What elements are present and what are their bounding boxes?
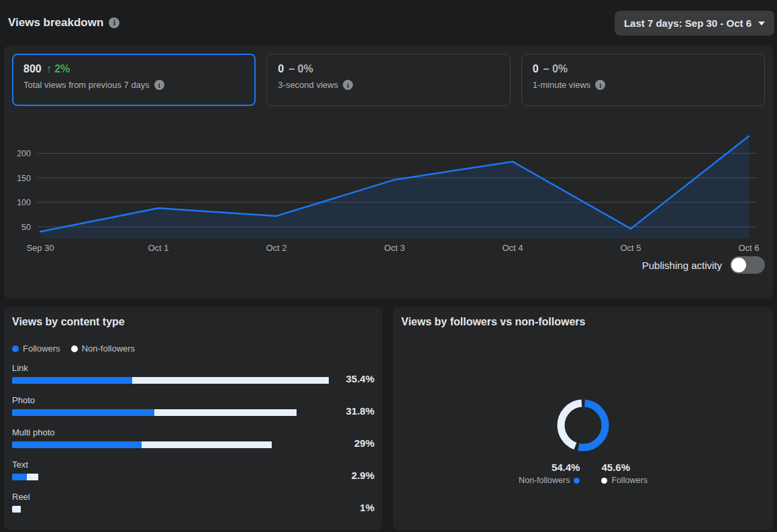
metric-label: 1-minute views: [533, 80, 591, 90]
metric-delta: – 0%: [289, 63, 313, 75]
content-type-label: Text: [12, 460, 374, 470]
content-type-row: Photo31.8%: [12, 395, 374, 427]
followers-label: Followers: [611, 476, 648, 485]
info-icon[interactable]: i: [595, 80, 605, 90]
views-by-content-type-panel: Views by content type Followers Non-foll…: [4, 307, 382, 530]
metric-value: 800: [23, 63, 42, 75]
legend-label: Non-followers: [82, 343, 135, 354]
content-type-pct: 29%: [354, 437, 374, 449]
publishing-activity-row: Publishing activity: [12, 256, 765, 274]
followers-dot: [12, 345, 19, 352]
followers-stat: 45.6% Followers: [601, 462, 648, 485]
legend-label: Followers: [23, 343, 60, 354]
header: Views breakdown i Last 7 days: Sep 30 - …: [0, 0, 777, 46]
metric-card-3-second-views[interactable]: 0 – 0% 3-second views i: [266, 54, 510, 106]
metric-label: 3-second views: [278, 80, 338, 90]
legend-item-followers: Followers: [12, 343, 60, 354]
content-type-row: Reel1%: [12, 492, 374, 524]
non-followers-dot: [574, 478, 580, 484]
content-type-pct: 1%: [360, 502, 374, 513]
followers-bar-segment: [12, 377, 132, 384]
panel-title: Views by followers vs non-followers: [401, 315, 585, 329]
legend-item-non-followers: Non-followers: [71, 343, 135, 354]
svg-text:Sep 30: Sep 30: [26, 243, 54, 253]
metric-card-1-minute-views[interactable]: 0 – 0% 1-minute views i: [521, 54, 765, 106]
content-type-pct: 35.4%: [346, 373, 374, 384]
info-icon[interactable]: i: [109, 17, 119, 28]
followers-dot: [601, 478, 607, 484]
content-type-label: Reel: [12, 492, 374, 502]
svg-text:Oct 3: Oct 3: [384, 243, 405, 253]
metric-delta: ↑ 2%: [46, 63, 70, 75]
content-type-label: Multi photo: [12, 427, 374, 437]
svg-text:150: 150: [17, 174, 31, 183]
content-type-label: Link: [12, 363, 374, 373]
content-type-bar: [12, 474, 374, 480]
content-type-pct: 31.8%: [346, 405, 374, 417]
metric-value: 0: [278, 63, 284, 75]
svg-text:Oct 5: Oct 5: [620, 243, 641, 253]
page-title: Views breakdown: [8, 16, 103, 30]
followers-bar-segment: [12, 474, 27, 480]
content-type-label: Photo: [12, 395, 374, 405]
legend: Followers Non-followers: [12, 343, 374, 354]
svg-text:50: 50: [21, 223, 31, 232]
donut-labels: 54.4% Non-followers 45.6% Followers: [519, 462, 648, 485]
metric-delta: – 0%: [543, 63, 568, 75]
metric-label: Total views from previous 7 days: [23, 80, 150, 90]
chevron-down-icon: [758, 21, 765, 25]
content-type-pct: 2.9%: [352, 470, 374, 481]
metric-value: 0: [533, 63, 539, 75]
date-range-label: Last 7 days: Sep 30 - Oct 6: [624, 17, 752, 29]
content-type-rows: Link35.4%Photo31.8%Multi photo29%Text2.9…: [12, 363, 374, 524]
toggle-knob: [731, 258, 746, 272]
non-followers-dot: [71, 345, 78, 352]
svg-text:Oct 6: Oct 6: [738, 243, 759, 253]
content-type-row: Text2.9%: [12, 460, 374, 492]
followers-donut-chart: [553, 395, 613, 456]
metric-cards: 800 ↑ 2% Total views from previous 7 day…: [12, 54, 765, 106]
non-followers-bar-segment: [142, 441, 272, 448]
non-followers-pct: 54.4%: [552, 462, 580, 473]
info-icon[interactable]: i: [343, 80, 353, 90]
svg-text:Oct 4: Oct 4: [502, 243, 523, 253]
svg-text:200: 200: [17, 149, 31, 158]
metric-card-total-views[interactable]: 800 ↑ 2% Total views from previous 7 day…: [12, 54, 256, 106]
publishing-activity-toggle[interactable]: [730, 256, 765, 274]
panel-title: Views by content type: [12, 315, 374, 329]
non-followers-label: Non-followers: [519, 476, 570, 485]
content-type-row: Link35.4%: [12, 363, 374, 395]
svg-text:Oct 1: Oct 1: [148, 243, 168, 253]
content-type-bar: [12, 506, 374, 513]
views-by-followers-panel: Views by followers vs non-followers 54.4…: [393, 307, 773, 530]
content-type-row: Multi photo29%: [12, 427, 374, 460]
non-followers-bar-segment: [132, 377, 329, 384]
views-breakdown-panel: 800 ↑ 2% Total views from previous 7 day…: [4, 46, 773, 299]
svg-text:100: 100: [17, 198, 31, 207]
followers-bar-segment: [12, 441, 142, 448]
svg-text:Oct 2: Oct 2: [266, 243, 287, 253]
publishing-activity-label: Publishing activity: [642, 260, 722, 271]
date-range-dropdown[interactable]: Last 7 days: Sep 30 - Oct 6: [615, 11, 774, 36]
content-type-bar: [12, 377, 374, 384]
views-line-chart: 50100150200Sep 30Oct 1Oct 2Oct 3Oct 4Oct…: [12, 114, 765, 255]
non-followers-stat: 54.4% Non-followers: [519, 462, 580, 485]
non-followers-bar-segment: [27, 474, 38, 480]
content-type-bar: [12, 409, 374, 416]
followers-bar-segment: [12, 409, 154, 416]
info-icon[interactable]: i: [154, 80, 164, 90]
non-followers-bar-segment: [154, 409, 297, 416]
content-type-bar: [12, 441, 374, 448]
followers-pct: 45.6%: [601, 462, 630, 473]
non-followers-bar-segment: [12, 506, 21, 513]
